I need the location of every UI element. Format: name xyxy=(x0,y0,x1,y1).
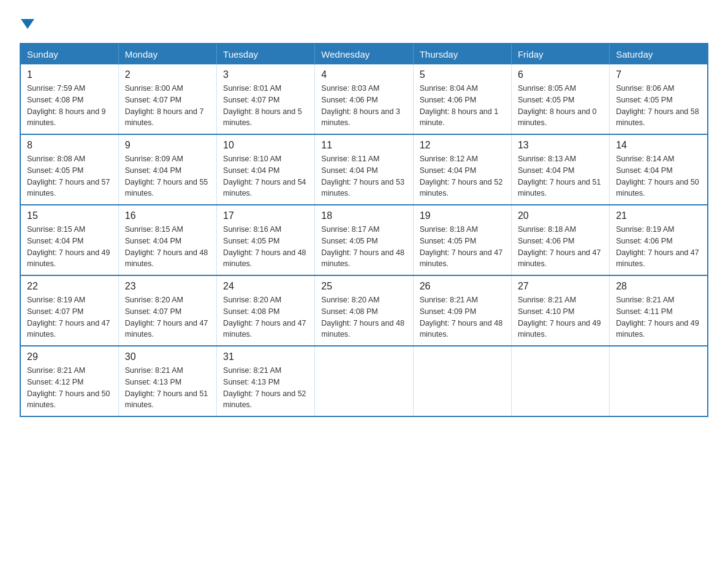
sunrise-label: Sunrise: 8:21 AM xyxy=(27,366,85,375)
sunrise-label: Sunrise: 8:20 AM xyxy=(321,296,379,304)
sunset-label: Sunset: 4:07 PM xyxy=(125,307,181,316)
daylight-label: Daylight: 8 hours and 5 minutes. xyxy=(223,107,302,128)
sunrise-label: Sunrise: 8:06 AM xyxy=(616,84,674,93)
calendar-day-cell: 19 Sunrise: 8:18 AM Sunset: 4:05 PM Dayl… xyxy=(413,205,511,275)
sunset-label: Sunset: 4:08 PM xyxy=(27,96,83,104)
daylight-label: Daylight: 7 hours and 47 minutes. xyxy=(616,248,699,269)
daylight-label: Daylight: 8 hours and 3 minutes. xyxy=(321,107,400,128)
daylight-label: Daylight: 7 hours and 51 minutes. xyxy=(518,178,601,198)
day-number: 22 xyxy=(27,281,112,292)
calendar-day-cell: 6 Sunrise: 8:05 AM Sunset: 4:05 PM Dayli… xyxy=(511,64,609,134)
sunrise-label: Sunrise: 8:13 AM xyxy=(518,155,576,163)
day-info: Sunrise: 8:21 AM Sunset: 4:13 PM Dayligh… xyxy=(125,365,210,411)
daylight-label: Daylight: 7 hours and 48 minutes. xyxy=(420,319,503,339)
day-info: Sunrise: 8:15 AM Sunset: 4:04 PM Dayligh… xyxy=(27,224,112,270)
daylight-label: Daylight: 7 hours and 53 minutes. xyxy=(321,178,404,198)
day-info: Sunrise: 8:18 AM Sunset: 4:05 PM Dayligh… xyxy=(420,224,505,270)
sunset-label: Sunset: 4:10 PM xyxy=(518,307,574,316)
sunrise-label: Sunrise: 8:03 AM xyxy=(321,84,379,93)
calendar-day-cell: 30 Sunrise: 8:21 AM Sunset: 4:13 PM Dayl… xyxy=(118,346,216,416)
sunrise-label: Sunrise: 8:15 AM xyxy=(27,225,85,234)
calendar-day-cell: 17 Sunrise: 8:16 AM Sunset: 4:05 PM Dayl… xyxy=(217,205,315,275)
sunrise-label: Sunrise: 8:10 AM xyxy=(223,155,281,163)
sunset-label: Sunset: 4:13 PM xyxy=(125,378,181,386)
sunrise-label: Sunrise: 8:05 AM xyxy=(518,84,576,93)
day-info: Sunrise: 8:00 AM Sunset: 4:07 PM Dayligh… xyxy=(125,83,210,129)
calendar-day-cell: 5 Sunrise: 8:04 AM Sunset: 4:06 PM Dayli… xyxy=(413,64,511,134)
day-info: Sunrise: 8:03 AM Sunset: 4:06 PM Dayligh… xyxy=(321,83,406,129)
sunrise-label: Sunrise: 8:11 AM xyxy=(321,155,379,163)
sunset-label: Sunset: 4:04 PM xyxy=(223,166,279,175)
day-number: 2 xyxy=(125,69,210,80)
calendar-day-cell: 9 Sunrise: 8:09 AM Sunset: 4:04 PM Dayli… xyxy=(118,134,216,205)
day-number: 13 xyxy=(518,140,603,151)
logo xyxy=(20,15,34,32)
calendar-day-cell: 23 Sunrise: 8:20 AM Sunset: 4:07 PM Dayl… xyxy=(118,275,216,346)
calendar-week-row: 29 Sunrise: 8:21 AM Sunset: 4:12 PM Dayl… xyxy=(20,346,708,416)
sunset-label: Sunset: 4:05 PM xyxy=(321,237,377,245)
sunset-label: Sunset: 4:11 PM xyxy=(616,307,672,316)
daylight-label: Daylight: 7 hours and 48 minutes. xyxy=(321,319,404,339)
day-info: Sunrise: 7:59 AM Sunset: 4:08 PM Dayligh… xyxy=(27,83,112,129)
day-info: Sunrise: 8:19 AM Sunset: 4:07 PM Dayligh… xyxy=(27,294,112,340)
daylight-label: Daylight: 7 hours and 50 minutes. xyxy=(616,178,699,198)
day-number: 4 xyxy=(321,69,406,80)
daylight-label: Daylight: 7 hours and 51 minutes. xyxy=(125,389,208,410)
sunrise-label: Sunrise: 8:04 AM xyxy=(420,84,478,93)
sunrise-label: Sunrise: 8:08 AM xyxy=(27,155,85,163)
calendar-header-thursday: Thursday xyxy=(413,44,511,64)
sunset-label: Sunset: 4:04 PM xyxy=(125,237,181,245)
day-number: 8 xyxy=(27,140,112,151)
day-number: 6 xyxy=(518,69,603,80)
sunset-label: Sunset: 4:05 PM xyxy=(616,96,672,104)
day-info: Sunrise: 8:21 AM Sunset: 4:10 PM Dayligh… xyxy=(518,294,603,340)
sunset-label: Sunset: 4:04 PM xyxy=(518,166,574,175)
logo-top xyxy=(20,15,34,32)
sunset-label: Sunset: 4:08 PM xyxy=(223,307,279,316)
day-number: 11 xyxy=(321,140,406,151)
sunset-label: Sunset: 4:12 PM xyxy=(27,378,83,386)
sunset-label: Sunset: 4:04 PM xyxy=(616,166,672,175)
sunrise-label: Sunrise: 8:20 AM xyxy=(125,296,183,304)
day-number: 17 xyxy=(223,210,308,221)
calendar-day-cell: 12 Sunrise: 8:12 AM Sunset: 4:04 PM Dayl… xyxy=(413,134,511,205)
day-number: 19 xyxy=(420,210,505,221)
calendar-day-cell: 8 Sunrise: 8:08 AM Sunset: 4:05 PM Dayli… xyxy=(20,134,118,205)
day-number: 12 xyxy=(420,140,505,151)
sunrise-label: Sunrise: 8:00 AM xyxy=(125,84,183,93)
day-number: 23 xyxy=(125,281,210,292)
day-number: 21 xyxy=(616,210,701,221)
day-number: 15 xyxy=(27,210,112,221)
day-number: 31 xyxy=(223,351,308,362)
sunrise-label: Sunrise: 8:21 AM xyxy=(223,366,281,375)
sunset-label: Sunset: 4:05 PM xyxy=(27,166,83,175)
sunset-label: Sunset: 4:04 PM xyxy=(27,237,83,245)
day-info: Sunrise: 8:21 AM Sunset: 4:11 PM Dayligh… xyxy=(616,294,701,340)
day-number: 27 xyxy=(518,281,603,292)
calendar-header-tuesday: Tuesday xyxy=(217,44,315,64)
daylight-label: Daylight: 7 hours and 55 minutes. xyxy=(125,178,208,198)
sunset-label: Sunset: 4:04 PM xyxy=(321,166,377,175)
daylight-label: Daylight: 7 hours and 48 minutes. xyxy=(125,248,208,269)
day-info: Sunrise: 8:21 AM Sunset: 4:12 PM Dayligh… xyxy=(27,365,112,411)
daylight-label: Daylight: 7 hours and 52 minutes. xyxy=(223,389,306,410)
day-number: 29 xyxy=(27,351,112,362)
daylight-label: Daylight: 8 hours and 0 minutes. xyxy=(518,107,597,128)
sunrise-label: Sunrise: 8:19 AM xyxy=(27,296,85,304)
daylight-label: Daylight: 8 hours and 7 minutes. xyxy=(125,107,204,128)
day-number: 3 xyxy=(223,69,308,80)
sunrise-label: Sunrise: 8:20 AM xyxy=(223,296,281,304)
calendar-week-row: 15 Sunrise: 8:15 AM Sunset: 4:04 PM Dayl… xyxy=(20,205,708,275)
sunrise-label: Sunrise: 8:09 AM xyxy=(125,155,183,163)
sunset-label: Sunset: 4:05 PM xyxy=(223,237,279,245)
calendar-day-cell: 11 Sunrise: 8:11 AM Sunset: 4:04 PM Dayl… xyxy=(315,134,413,205)
daylight-label: Daylight: 7 hours and 54 minutes. xyxy=(223,178,306,198)
calendar-day-cell: 31 Sunrise: 8:21 AM Sunset: 4:13 PM Dayl… xyxy=(217,346,315,416)
day-number: 5 xyxy=(420,69,505,80)
calendar-day-cell: 4 Sunrise: 8:03 AM Sunset: 4:06 PM Dayli… xyxy=(315,64,413,134)
calendar-day-cell: 7 Sunrise: 8:06 AM Sunset: 4:05 PM Dayli… xyxy=(610,64,708,134)
sunset-label: Sunset: 4:06 PM xyxy=(321,96,377,104)
sunrise-label: Sunrise: 8:15 AM xyxy=(125,225,183,234)
calendar-week-row: 1 Sunrise: 7:59 AM Sunset: 4:08 PM Dayli… xyxy=(20,64,708,134)
calendar-header-sunday: Sunday xyxy=(20,44,118,64)
